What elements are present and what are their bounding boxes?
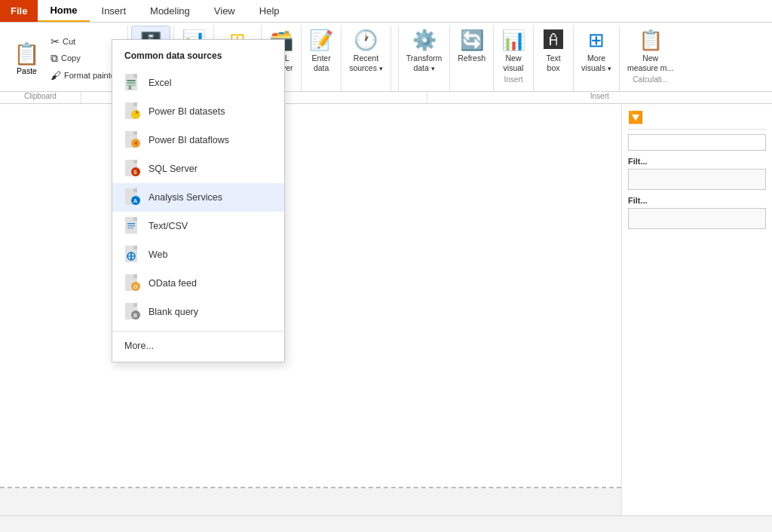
page-bottom-border bbox=[0, 487, 621, 488]
csv-item-label: Text/CSV bbox=[149, 221, 188, 231]
svg-rect-30 bbox=[133, 274, 137, 278]
refresh-icon: 🔄 bbox=[460, 29, 484, 52]
copy-label: Copy bbox=[61, 54, 81, 63]
filter-section-title-2: Filt... bbox=[628, 196, 766, 205]
tab-help[interactable]: Help bbox=[247, 0, 292, 22]
format-painter-button[interactable]: 🖌 Format painter bbox=[47, 68, 121, 83]
excel-item-icon: X bbox=[124, 73, 141, 93]
filter-box-1[interactable] bbox=[628, 169, 766, 190]
enter-data-label: Enter data bbox=[312, 54, 331, 72]
tab-bar: File Home Insert Modeling View Help bbox=[0, 0, 772, 23]
insert-group-label: Insert bbox=[427, 92, 773, 103]
svg-text:A: A bbox=[133, 198, 137, 203]
svg-text:B: B bbox=[133, 313, 137, 318]
svg-rect-3 bbox=[127, 82, 136, 84]
refresh-label: Refresh bbox=[458, 54, 486, 63]
canvas-page bbox=[0, 104, 621, 488]
new-measure-button[interactable]: 📋 Newmeasure m... bbox=[623, 26, 678, 75]
copy-button[interactable]: ⧉ Copy bbox=[47, 50, 121, 66]
dropdown-item-blank[interactable]: B Blank query bbox=[112, 298, 284, 326]
analysis-item-icon: A bbox=[124, 188, 141, 207]
pbi-dataflows-item-icon bbox=[124, 130, 141, 150]
cut-button[interactable]: ✂ Cut bbox=[47, 34, 121, 49]
analysis-item-label: Analysis Services bbox=[149, 192, 222, 203]
refresh-button[interactable]: 🔄 Refresh bbox=[453, 26, 490, 66]
transform-data-icon: ⚙️ bbox=[412, 29, 437, 52]
queries-divider bbox=[391, 26, 399, 91]
format-painter-label: Format painter bbox=[64, 71, 118, 80]
more-visuals-label: Morevisuals ▾ bbox=[581, 54, 611, 72]
odata-item-label: OData feed bbox=[149, 278, 197, 289]
new-visual-button[interactable]: 📊 Newvisual bbox=[497, 26, 530, 75]
dropdown-item-web[interactable]: Web bbox=[112, 240, 284, 269]
text-box-icon: 🅰 bbox=[544, 29, 563, 52]
paste-label: Paste bbox=[17, 66, 37, 75]
tab-home[interactable]: Home bbox=[38, 0, 89, 22]
dropdown-divider bbox=[112, 331, 284, 332]
enter-data-group: 📝 Enter data bbox=[302, 26, 342, 91]
copy-icon: ⧉ bbox=[51, 52, 58, 65]
dropdown-more[interactable]: More... bbox=[112, 336, 284, 356]
tab-view[interactable]: View bbox=[202, 0, 247, 22]
svg-text:S: S bbox=[133, 170, 137, 175]
web-item-label: Web bbox=[149, 249, 167, 260]
tab-file[interactable]: File bbox=[0, 0, 38, 22]
svg-rect-7 bbox=[133, 102, 137, 106]
odata-item-icon: O bbox=[124, 274, 141, 293]
enter-data-button[interactable]: 📝 Enter data bbox=[305, 26, 338, 75]
cut-icon: ✂ bbox=[51, 35, 60, 47]
more-visuals-icon: ⊞ bbox=[588, 29, 605, 52]
new-measure-group: 📋 Newmeasure m... Calculati... bbox=[620, 26, 681, 91]
svg-rect-10 bbox=[133, 131, 137, 135]
insert-label: Insert bbox=[504, 75, 523, 85]
refresh-group: 🔄 Refresh bbox=[450, 26, 494, 91]
recent-sources-button[interactable]: 🕐 Recentsources ▾ bbox=[345, 26, 388, 76]
dropdown-item-csv[interactable]: Text/CSV bbox=[112, 212, 284, 240]
format-painter-icon: 🖌 bbox=[51, 69, 61, 81]
more-visuals-button[interactable]: ⊞ Morevisuals ▾ bbox=[577, 26, 616, 76]
svg-rect-13 bbox=[133, 160, 137, 164]
new-visual-group: 📊 Newvisual Insert bbox=[494, 26, 534, 91]
filter-icon-top: 🔽 bbox=[628, 110, 766, 124]
cut-label: Cut bbox=[63, 37, 75, 46]
recent-sources-label: Recentsources ▾ bbox=[349, 54, 383, 72]
tab-insert[interactable]: Insert bbox=[90, 0, 139, 22]
dropdown-item-analysis[interactable]: A Analysis Services bbox=[112, 183, 284, 212]
dropdown-menu: Common data sources X Excel Power BI d bbox=[112, 39, 285, 362]
filter-section-title-1: Filt... bbox=[628, 157, 766, 166]
dropdown-item-excel[interactable]: X Excel bbox=[112, 69, 284, 97]
dropdown-item-pbi-datasets[interactable]: Power BI datasets bbox=[112, 97, 284, 126]
dropdown-item-pbi-dataflows[interactable]: Power BI dataflows bbox=[112, 126, 284, 154]
text-box-group: 🅰 Text box bbox=[534, 26, 574, 91]
small-clipboard-buttons: ✂ Cut ⧉ Copy 🖌 Format painter bbox=[47, 34, 121, 83]
svg-rect-17 bbox=[133, 188, 137, 192]
paste-button[interactable]: 📋 Paste bbox=[9, 40, 44, 77]
tab-modeling[interactable]: Modeling bbox=[138, 0, 202, 22]
svg-text:X: X bbox=[128, 85, 132, 90]
csv-item-icon bbox=[124, 216, 141, 236]
more-visuals-group: ⊞ Morevisuals ▾ bbox=[574, 26, 620, 91]
dropdown-item-sql[interactable]: S SQL Server bbox=[112, 154, 284, 183]
transform-data-button[interactable]: ⚙️ Transformdata ▾ bbox=[402, 26, 446, 76]
filter-slicer-1 bbox=[628, 134, 766, 151]
text-box-label: Text box bbox=[546, 54, 560, 72]
new-measure-icon: 📋 bbox=[639, 29, 663, 52]
filter-divider bbox=[628, 129, 766, 130]
paste-icon: 📋 bbox=[14, 41, 40, 66]
clipboard-group: 📋 Paste ✂ Cut ⧉ Copy 🖌 Format painter bbox=[3, 26, 128, 91]
excel-item-label: Excel bbox=[149, 78, 172, 88]
blank-item-icon: B bbox=[124, 302, 141, 322]
filter-box-2[interactable] bbox=[628, 208, 766, 229]
text-box-button[interactable]: 🅰 Text box bbox=[537, 26, 570, 75]
svg-rect-21 bbox=[133, 217, 137, 221]
svg-rect-34 bbox=[133, 303, 137, 307]
dropdown-item-odata[interactable]: O OData feed bbox=[112, 269, 284, 298]
svg-rect-2 bbox=[127, 80, 136, 81]
new-visual-icon: 📊 bbox=[501, 29, 525, 52]
transform-data-group: ⚙️ Transformdata ▾ bbox=[399, 26, 450, 91]
status-bar bbox=[0, 515, 772, 532]
pbi-datasets-item-label: Power BI datasets bbox=[149, 106, 225, 117]
web-item-icon bbox=[124, 245, 141, 264]
svg-rect-1 bbox=[133, 74, 137, 78]
recent-sources-group: 🕐 Recentsources ▾ bbox=[342, 26, 391, 91]
